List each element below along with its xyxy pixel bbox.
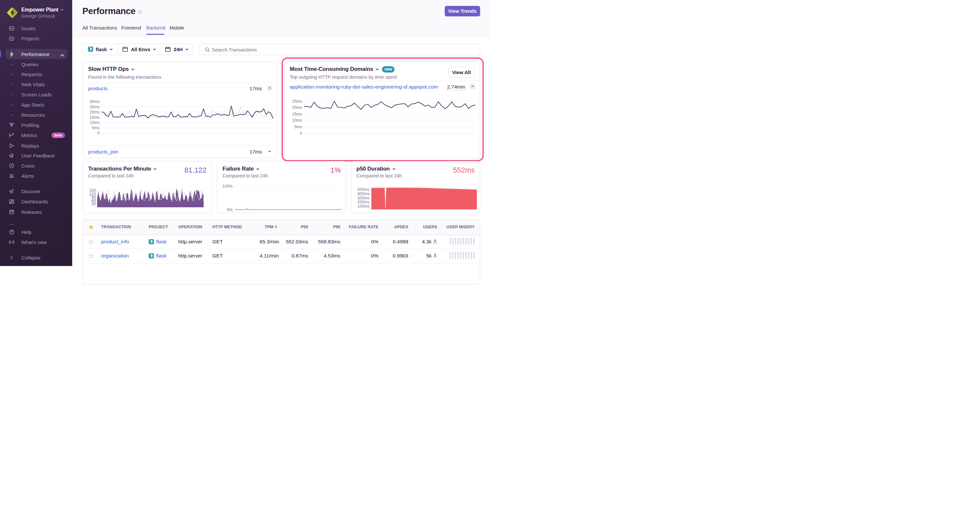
svg-text:0%: 0% [226, 208, 232, 212]
svg-text:0: 0 [97, 131, 100, 135]
svg-text:100%: 100% [222, 184, 233, 189]
svg-text:30ms: 30ms [90, 99, 100, 104]
svg-text:25ms: 25ms [90, 105, 100, 109]
svg-text:5ms: 5ms [92, 125, 100, 130]
svg-text:10ms: 10ms [90, 121, 100, 125]
svg-text:30: 30 [92, 202, 96, 206]
svg-text:15ms: 15ms [90, 115, 100, 120]
svg-text:0: 0 [300, 131, 302, 136]
svg-text:10ms: 10ms [292, 118, 302, 123]
svg-text:20ms: 20ms [90, 110, 100, 114]
svg-text:15ms: 15ms [292, 112, 302, 116]
svg-text:25ms: 25ms [292, 99, 302, 104]
svg-text:100ms: 100ms [357, 204, 369, 209]
svg-text:20ms: 20ms [292, 105, 302, 110]
svg-text:5ms: 5ms [294, 125, 302, 129]
